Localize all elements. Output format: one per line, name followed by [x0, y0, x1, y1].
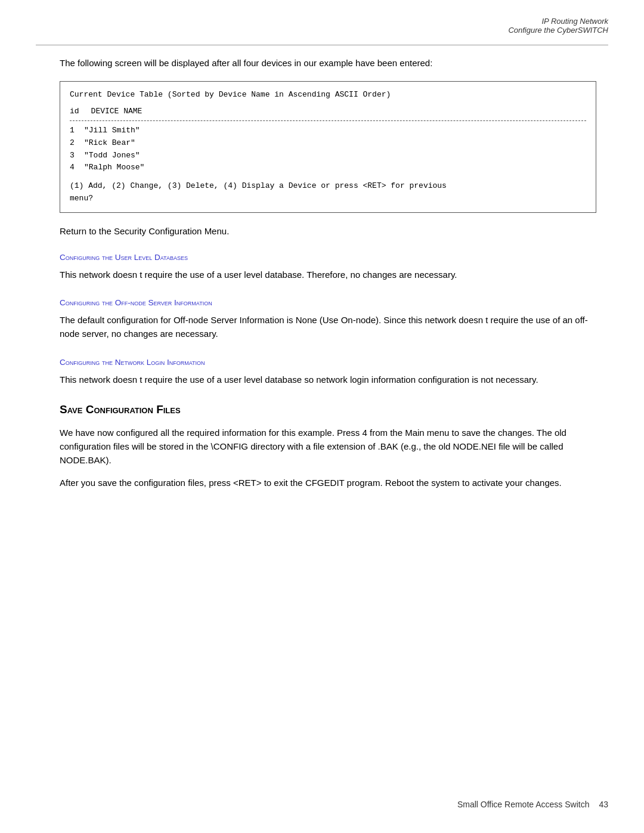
page-container: IP Routing Network Configure the CyberSW… [0, 0, 644, 833]
section-save-configuration: Save Configuration Files We have now con… [60, 403, 596, 490]
header-line1: IP Routing Network [508, 17, 608, 26]
terminal-menu-prompt: menu? [70, 193, 586, 205]
section-heading-text-network-login: Configuring the Network Login Informatio… [60, 358, 205, 367]
terminal-entry: 1"Jill Smith" [70, 125, 586, 137]
terminal-title: Current Device Table (Sorted by Device N… [70, 89, 586, 101]
terminal-col-device: DEVICE NAME [91, 106, 143, 118]
section-body-off-node: The default configuration for Off-node S… [60, 313, 596, 341]
terminal-entry-name: "Jill Smith" [84, 125, 140, 137]
footer-page-number: 43 [599, 800, 608, 809]
terminal-entry-num: 4 [70, 162, 79, 174]
section-body-user-level: This network doesn t require the use of … [60, 268, 596, 281]
terminal-entry: 4"Ralph Moose" [70, 162, 586, 174]
section-heading-text-user-level: Configuring the User Level Databases [60, 253, 188, 262]
header-rule [36, 45, 608, 45]
section-user-level-databases: Configuring the User Level Databases Thi… [60, 253, 596, 281]
intro-paragraph: The following screen will be displayed a… [60, 57, 596, 70]
terminal-entry-num: 1 [70, 125, 79, 137]
section-off-node-server: Configuring the Off-node Server Informat… [60, 298, 596, 341]
footer-label: Small Office Remote Access Switch [457, 800, 589, 809]
section-network-login: Configuring the Network Login Informatio… [60, 358, 596, 386]
section-body-network-login: This network doesn t require the use of … [60, 373, 596, 386]
main-content: The following screen will be displayed a… [60, 57, 596, 506]
save-section-heading: Save Configuration Files [60, 403, 596, 416]
terminal-entry-name: "Ralph Moose" [84, 162, 144, 174]
terminal-box: Current Device Table (Sorted by Device N… [60, 81, 596, 213]
terminal-entry-num: 3 [70, 150, 79, 162]
page-header: IP Routing Network Configure the CyberSW… [508, 17, 608, 35]
terminal-entry: 3"Todd Jones" [70, 150, 586, 162]
footer-text: Small Office Remote Access Switch 43 [457, 800, 608, 809]
terminal-menu-line: (1) Add, (2) Change, (3) Delete, (4) Dis… [70, 180, 586, 193]
terminal-entry-num: 2 [70, 137, 79, 150]
page-footer: Small Office Remote Access Switch 43 [36, 800, 608, 809]
return-line: Return to the Security Configuration Men… [60, 226, 596, 236]
save-section-para1: We have now configured all the required … [60, 426, 596, 467]
save-section-para2: After you save the configuration files, … [60, 476, 596, 490]
terminal-entry-name: "Rick Bear" [84, 137, 135, 150]
section-heading-text-off-node: Configuring the Off-node Server Informat… [60, 298, 212, 307]
terminal-entries: 1"Jill Smith"2"Rick Bear"3"Todd Jones"4"… [70, 125, 586, 174]
terminal-entry-name: "Todd Jones" [84, 150, 140, 162]
terminal-header-row: id DEVICE NAME [70, 106, 586, 118]
section-heading-user-level: Configuring the User Level Databases [60, 253, 596, 262]
terminal-entry: 2"Rick Bear" [70, 137, 586, 150]
terminal-divider [70, 120, 586, 121]
section-heading-off-node: Configuring the Off-node Server Informat… [60, 298, 596, 307]
header-line2: Configure the CyberSWITCH [508, 26, 608, 35]
section-heading-network-login: Configuring the Network Login Informatio… [60, 358, 596, 367]
terminal-col-id: id [70, 106, 79, 118]
